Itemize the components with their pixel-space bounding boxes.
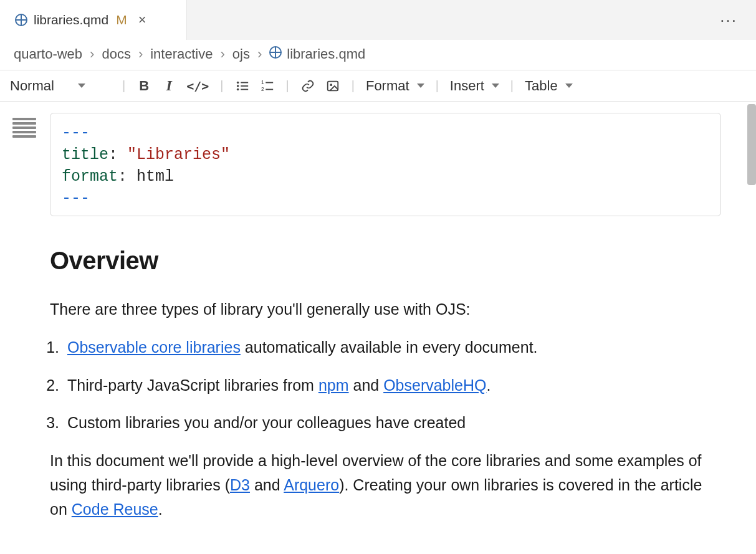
format-menu-label: Format	[366, 78, 409, 94]
breadcrumb-item[interactable]: quarto-web	[14, 46, 82, 62]
breadcrumb-item[interactable]: ojs	[232, 46, 250, 62]
quarto-file-icon	[15, 14, 27, 26]
link-arquero[interactable]: Arquero	[284, 476, 339, 494]
chevron-down-icon	[417, 84, 424, 88]
breadcrumb-file-label: libraries.qmd	[287, 46, 365, 62]
block-handle-icon[interactable]	[12, 113, 36, 216]
breadcrumb-file[interactable]: libraries.qmd	[269, 46, 365, 62]
list-item-text: and	[349, 376, 384, 394]
bullet-list-icon	[236, 79, 249, 93]
link-code-reuse[interactable]: Code Reuse	[72, 500, 158, 518]
svg-text:2: 2	[261, 87, 264, 92]
outro-text: .	[158, 500, 163, 518]
chevron-down-icon	[78, 84, 85, 88]
svg-point-13	[330, 84, 332, 86]
toolbar-separator: |	[347, 79, 360, 93]
list-item[interactable]: Third-party JavaScript libraries from np…	[64, 373, 711, 398]
link-observablehq[interactable]: ObservableHQ	[383, 376, 486, 394]
toolbar-separator: |	[505, 79, 519, 93]
toolbar: Normal | B I </> | 1 2 | | Format	[0, 70, 756, 102]
yaml-value-format: html	[136, 168, 174, 186]
toolbar-separator: |	[431, 79, 444, 93]
code-button[interactable]: </>	[183, 75, 213, 97]
italic-button[interactable]: I	[158, 75, 180, 97]
tab-title: libraries.qmd	[34, 12, 108, 27]
svg-point-2	[236, 81, 239, 84]
svg-point-6	[236, 88, 239, 90]
italic-icon: I	[166, 77, 172, 94]
editor-viewport: --- title: "Libraries" format: html --- …	[0, 102, 756, 553]
library-types-list: Observable core libraries automatically …	[64, 335, 711, 435]
toolbar-separator: |	[117, 79, 130, 93]
chevron-right-icon: ›	[138, 46, 143, 62]
link-button[interactable]	[297, 75, 319, 97]
yaml-dashes: ---	[62, 124, 90, 142]
code-icon: </>	[186, 79, 209, 93]
svg-text:1: 1	[261, 80, 264, 85]
link-npm[interactable]: npm	[318, 376, 349, 394]
format-menu[interactable]: Format	[362, 78, 428, 94]
image-icon	[326, 79, 340, 93]
close-icon[interactable]: ×	[136, 11, 149, 29]
toolbar-separator: |	[281, 79, 294, 93]
list-item[interactable]: Custom libraries you and/or your colleag…	[64, 411, 711, 435]
chevron-down-icon	[492, 84, 499, 88]
yaml-key-title: title	[62, 146, 108, 164]
svg-rect-12	[327, 81, 338, 90]
heading-overview[interactable]: Overview	[50, 241, 711, 280]
yaml-value-title: "Libraries"	[127, 146, 230, 164]
toolbar-separator: |	[215, 79, 228, 93]
link-icon	[301, 79, 315, 93]
outro-text: and	[250, 476, 284, 494]
list-item-text: .	[487, 376, 491, 394]
yaml-dashes: ---	[62, 189, 90, 208]
insert-menu-label: Insert	[450, 78, 484, 94]
insert-menu[interactable]: Insert	[446, 78, 503, 94]
list-item-text: Third-party JavaScript libraries from	[67, 376, 318, 394]
tab-overflow-button[interactable]: ···	[712, 0, 745, 40]
numbered-list-icon: 1 2	[261, 79, 274, 93]
chevron-down-icon	[565, 84, 573, 88]
chevron-right-icon: ›	[90, 46, 94, 62]
chevron-right-icon: ›	[221, 46, 225, 62]
breadcrumb: quarto-web › docs › interactive › ojs › …	[0, 40, 756, 70]
paragraph-style-select[interactable]: Normal	[9, 78, 115, 94]
list-item[interactable]: Observable core libraries automatically …	[64, 335, 711, 360]
yaml-key-format: format	[62, 168, 118, 186]
table-menu[interactable]: Table	[521, 78, 577, 94]
list-item-text: Custom libraries you and/or your colleag…	[67, 414, 466, 431]
breadcrumb-item[interactable]: interactive	[150, 46, 213, 62]
link-observable-core[interactable]: Observable core libraries	[67, 338, 241, 356]
yaml-frontmatter-block[interactable]: --- title: "Libraries" format: html ---	[50, 113, 721, 216]
scrollbar-thumb[interactable]	[747, 104, 756, 185]
editor-content[interactable]: --- title: "Libraries" format: html --- …	[0, 102, 756, 553]
chevron-right-icon: ›	[257, 46, 262, 62]
list-item-text: automatically available in every documen…	[241, 338, 538, 356]
svg-point-4	[236, 85, 239, 87]
paragraph-style-label: Normal	[10, 78, 54, 94]
link-d3[interactable]: D3	[230, 476, 250, 494]
tab-bar: libraries.qmd M × ···	[0, 0, 756, 40]
image-button[interactable]	[322, 75, 344, 97]
bold-button[interactable]: B	[133, 75, 155, 97]
quarto-file-icon	[269, 46, 282, 62]
outro-paragraph[interactable]: In this document we'll provide a high-le…	[50, 449, 711, 521]
intro-paragraph[interactable]: There are three types of library you'll …	[50, 297, 711, 322]
breadcrumb-item[interactable]: docs	[102, 46, 130, 62]
bold-icon: B	[139, 78, 149, 94]
bullet-list-button[interactable]	[231, 75, 254, 97]
numbered-list-button[interactable]: 1 2	[256, 75, 279, 97]
tab-modified-marker: M	[116, 12, 127, 27]
tab-libraries[interactable]: libraries.qmd M ×	[0, 0, 187, 40]
table-menu-label: Table	[525, 78, 558, 94]
